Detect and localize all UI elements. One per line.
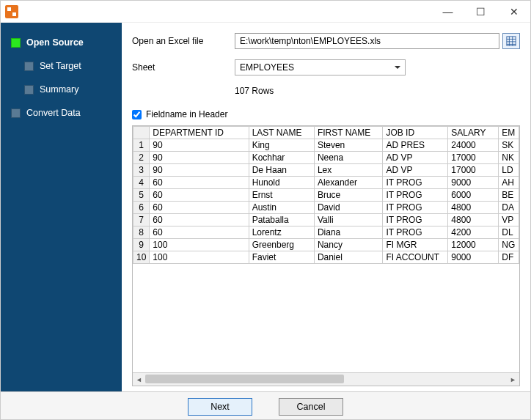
- table-row[interactable]: 290KochharNeenaAD VP17000NK: [133, 152, 519, 164]
- table-cell[interactable]: IT PROG: [383, 177, 448, 189]
- sheet-select[interactable]: EMPLOYEES: [235, 59, 406, 75]
- column-header[interactable]: FIRST NAME: [314, 127, 383, 139]
- table-row[interactable]: 9100GreenbergNancyFI MGR12000NG: [133, 239, 519, 251]
- table-cell[interactable]: 60: [150, 226, 249, 239]
- next-button[interactable]: Next: [188, 398, 252, 416]
- table-cell[interactable]: Hunold: [249, 177, 314, 189]
- table-cell[interactable]: 24000: [448, 139, 499, 152]
- table-cell[interactable]: 9000: [448, 251, 499, 264]
- table-cell[interactable]: 90: [150, 139, 249, 152]
- table-cell[interactable]: Steven: [314, 139, 383, 152]
- table-cell[interactable]: Alexander: [314, 177, 383, 189]
- table-cell[interactable]: AD PRES: [383, 139, 448, 152]
- table-row[interactable]: 660AustinDavidIT PROG4800DA: [133, 202, 519, 214]
- table-row[interactable]: 460HunoldAlexanderIT PROG9000AH: [133, 177, 519, 189]
- table-cell[interactable]: Lex: [314, 164, 383, 177]
- table-cell[interactable]: Ernst: [249, 189, 314, 202]
- table-cell[interactable]: 100: [150, 239, 249, 251]
- table-cell[interactable]: 9000: [448, 177, 499, 189]
- table-cell[interactable]: 60: [150, 202, 249, 214]
- table-cell[interactable]: 90: [150, 164, 249, 177]
- horizontal-scrollbar[interactable]: ◄ ►: [133, 372, 519, 386]
- table-row[interactable]: 860LorentzDianaIT PROG4200DL: [133, 226, 519, 239]
- cancel-button[interactable]: Cancel: [279, 398, 343, 416]
- table-cell[interactable]: 60: [150, 177, 249, 189]
- table-cell[interactable]: Neena: [314, 152, 383, 164]
- scroll-right-icon[interactable]: ►: [507, 373, 519, 386]
- minimize-button[interactable]: —: [431, 1, 464, 22]
- table-cell[interactable]: 17000: [448, 164, 499, 177]
- table-scroll-area[interactable]: DEPARTMENT ID LAST NAME FIRST NAME JOB I…: [133, 126, 519, 372]
- table-cell[interactable]: 60: [150, 214, 249, 226]
- table-cell[interactable]: AH: [499, 177, 519, 189]
- fieldname-checkbox[interactable]: [132, 110, 142, 119]
- row-number-cell[interactable]: 5: [133, 189, 150, 202]
- table-cell[interactable]: 6000: [448, 189, 499, 202]
- table-cell[interactable]: 17000: [448, 152, 499, 164]
- table-cell[interactable]: IT PROG: [383, 214, 448, 226]
- table-cell[interactable]: Bruce: [314, 189, 383, 202]
- maximize-button[interactable]: ☐: [464, 1, 497, 22]
- table-cell[interactable]: Pataballa: [249, 214, 314, 226]
- close-button[interactable]: ✕: [497, 1, 530, 22]
- table-cell[interactable]: King: [249, 139, 314, 152]
- table-cell[interactable]: IT PROG: [383, 226, 448, 239]
- step-set-target[interactable]: Set Target: [1, 56, 122, 75]
- table-cell[interactable]: IT PROG: [383, 202, 448, 214]
- step-open-source[interactable]: Open Source: [1, 33, 122, 52]
- browse-button[interactable]: [502, 33, 520, 49]
- table-cell[interactable]: Kochhar: [249, 152, 314, 164]
- table-cell[interactable]: Daniel: [314, 251, 383, 264]
- table-cell[interactable]: Diana: [314, 226, 383, 239]
- table-cell[interactable]: Valli: [314, 214, 383, 226]
- row-number-cell[interactable]: 7: [133, 214, 150, 226]
- step-summary[interactable]: Summary: [1, 80, 122, 99]
- table-cell[interactable]: Greenberg: [249, 239, 314, 251]
- column-header[interactable]: DEPARTMENT ID: [150, 127, 249, 139]
- step-convert-data[interactable]: Convert Data: [1, 103, 122, 122]
- table-cell[interactable]: SK: [499, 139, 519, 152]
- table-cell[interactable]: 90: [150, 152, 249, 164]
- scroll-track[interactable]: [145, 373, 507, 386]
- table-cell[interactable]: DL: [499, 226, 519, 239]
- row-number-cell[interactable]: 3: [133, 164, 150, 177]
- table-cell[interactable]: 60: [150, 189, 249, 202]
- table-cell[interactable]: LD: [499, 164, 519, 177]
- scroll-left-icon[interactable]: ◄: [133, 373, 145, 386]
- column-header[interactable]: EM: [499, 127, 519, 139]
- table-cell[interactable]: Nancy: [314, 239, 383, 251]
- table-cell[interactable]: NK: [499, 152, 519, 164]
- scroll-thumb[interactable]: [145, 375, 344, 383]
- table-cell[interactable]: AD VP: [383, 152, 448, 164]
- row-number-cell[interactable]: 10: [133, 251, 150, 264]
- row-number-cell[interactable]: 8: [133, 226, 150, 239]
- table-cell[interactable]: AD VP: [383, 164, 448, 177]
- column-header[interactable]: JOB ID: [383, 127, 448, 139]
- table-cell[interactable]: De Haan: [249, 164, 314, 177]
- table-cell[interactable]: Faviet: [249, 251, 314, 264]
- row-number-cell[interactable]: 1: [133, 139, 150, 152]
- table-cell[interactable]: 4200: [448, 226, 499, 239]
- table-cell[interactable]: Lorentz: [249, 226, 314, 239]
- file-path-input[interactable]: [235, 33, 499, 49]
- table-row[interactable]: 560ErnstBruceIT PROG6000BE: [133, 189, 519, 202]
- table-cell[interactable]: 100: [150, 251, 249, 264]
- table-row[interactable]: 10100FavietDanielFI ACCOUNT9000DF: [133, 251, 519, 264]
- row-number-cell[interactable]: 9: [133, 239, 150, 251]
- row-number-cell[interactable]: 6: [133, 202, 150, 214]
- table-cell[interactable]: BE: [499, 189, 519, 202]
- row-number-cell[interactable]: 4: [133, 177, 150, 189]
- table-cell[interactable]: 4800: [448, 202, 499, 214]
- table-cell[interactable]: FI MGR: [383, 239, 448, 251]
- row-number-cell[interactable]: 2: [133, 152, 150, 164]
- table-row[interactable]: 760PataballaValliIT PROG4800VP: [133, 214, 519, 226]
- table-cell[interactable]: 12000: [448, 239, 499, 251]
- table-cell[interactable]: FI ACCOUNT: [383, 251, 448, 264]
- table-row[interactable]: 390De HaanLexAD VP17000LD: [133, 164, 519, 177]
- table-cell[interactable]: IT PROG: [383, 189, 448, 202]
- column-header[interactable]: LAST NAME: [249, 127, 314, 139]
- table-cell[interactable]: Austin: [249, 202, 314, 214]
- table-row[interactable]: 190KingStevenAD PRES24000SK: [133, 139, 519, 152]
- table-cell[interactable]: David: [314, 202, 383, 214]
- table-cell[interactable]: DA: [499, 202, 519, 214]
